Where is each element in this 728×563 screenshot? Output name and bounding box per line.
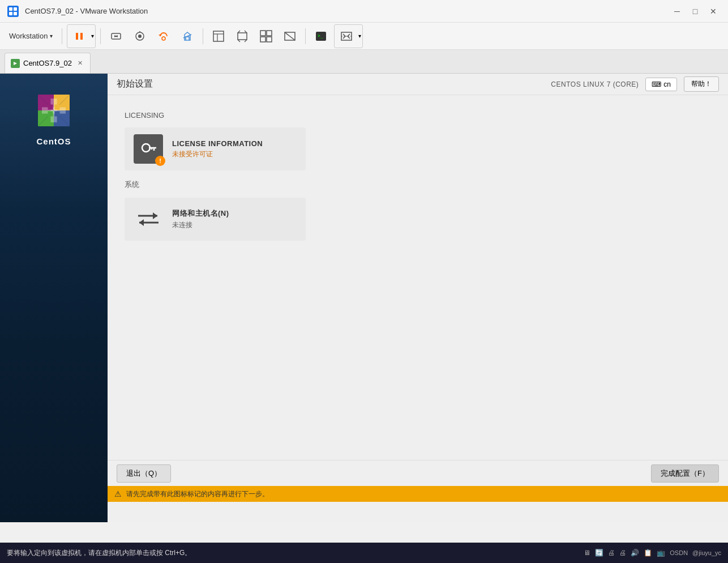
status-print-icon: 🖨 [619, 549, 626, 557]
maximize-button[interactable]: □ [687, 3, 703, 19]
network-title: 网络和主机名(N) [172, 208, 229, 219]
terminal-button[interactable]: >_ [310, 26, 332, 46]
scale-group: ▾ [334, 24, 363, 48]
svg-rect-47 [54, 105, 59, 110]
minimize-button[interactable]: ─ [669, 3, 685, 19]
svg-point-11 [138, 35, 142, 38]
terminal-icon: >_ [315, 30, 327, 42]
svg-marker-55 [153, 212, 157, 219]
license-subtitle: 未接受许可证 [172, 150, 263, 159]
suspend-button[interactable] [177, 26, 198, 46]
svg-text:>_: >_ [318, 33, 323, 39]
svg-rect-5 [76, 33, 78, 40]
toolbar-separator-3 [203, 28, 203, 44]
network-icon [134, 204, 163, 234]
unity-view-button[interactable] [255, 26, 277, 46]
no-view-icon [284, 30, 296, 42]
svg-rect-46 [48, 105, 53, 110]
svg-rect-16 [213, 31, 224, 41]
workstation-menu[interactable]: Workstation ▾ [5, 26, 57, 46]
svg-rect-49 [54, 111, 59, 116]
section-licensing: LICENSING ! [125, 111, 711, 170]
status-bar: 要将输入定向到该虚拟机，请在虚拟机内部单击或按 Ctrl+G。 🖥 🔄 🖨 🖨 … [0, 543, 728, 563]
status-network-icon: 🔄 [595, 549, 603, 557]
no-view-button[interactable] [279, 26, 301, 46]
status-display-icon: 📺 [657, 549, 665, 557]
finish-label: 完成配置（F） [661, 469, 709, 477]
bottom-actions-bar: 退出（Q） 完成配置（F） [108, 460, 728, 486]
svg-rect-26 [260, 37, 265, 42]
svg-rect-3 [9, 12, 12, 15]
license-title: LICENSE INFORMATION [172, 139, 263, 148]
svg-rect-2 [14, 7, 17, 11]
pause-button[interactable] [68, 26, 90, 46]
svg-rect-6 [80, 33, 83, 40]
snapshot-icon [134, 30, 146, 42]
network-subtitle: 未连接 [172, 220, 229, 230]
svg-rect-0 [7, 6, 19, 17]
warning-text: 请先完成带有此图标标记的内容再进行下一步。 [126, 489, 269, 499]
os-version-label: CENTOS LINUX 7 (CORE) [551, 80, 639, 88]
normal-view-icon [212, 30, 225, 42]
sidebar: CentOS [0, 74, 108, 522]
status-text: 要将输入定向到该虚拟机，请在虚拟机内部单击或按 Ctrl+G。 [7, 548, 584, 558]
full-screen-icon [236, 30, 249, 42]
status-devices-icon: 🖨 [608, 549, 615, 557]
svg-point-50 [142, 144, 150, 152]
vm-tab-centos[interactable]: CentOS7.9_02 ✕ [5, 53, 91, 73]
network-card[interactable]: 网络和主机名(N) 未连接 [125, 198, 306, 241]
quit-label: 退出（Q） [126, 469, 161, 477]
help-label: 帮助！ [691, 80, 712, 88]
scale-button[interactable] [336, 26, 357, 46]
app-logo [7, 5, 19, 18]
help-button[interactable]: 帮助！ [684, 76, 719, 92]
network-text: 网络和主机名(N) 未连接 [172, 208, 229, 230]
scale-dropdown-icon[interactable]: ▾ [358, 33, 361, 39]
vm-tab-icon [11, 59, 20, 68]
language-button[interactable]: ⌨ cn [645, 78, 677, 91]
revert-button[interactable] [153, 26, 174, 46]
license-info-card[interactable]: ! LICENSE INFORMATION 未接受许可证 [125, 127, 306, 170]
os-label: OSDN [670, 549, 688, 556]
svg-marker-57 [139, 219, 144, 226]
close-button[interactable]: ✕ [705, 3, 721, 19]
warning-bar: ⚠ 请先完成带有此图标标记的内容再进行下一步。 [108, 486, 728, 502]
send-ctrl-alt-del-button[interactable] [105, 26, 127, 46]
pause-icon [73, 30, 85, 42]
revert-icon [157, 30, 170, 42]
page-title: 初始设置 [117, 78, 153, 90]
vm-content: 初始设置 CENTOS LINUX 7 (CORE) ⌨ cn 帮助！ LICE… [108, 74, 728, 522]
title-bar: CentOS7.9_02 - VMware Workstation ─ □ ✕ [0, 0, 728, 23]
toolbar-separator-4 [305, 28, 306, 44]
full-screen-button[interactable] [232, 26, 253, 46]
unity-view-icon [260, 30, 272, 42]
vm-tab-close[interactable]: ✕ [75, 59, 84, 68]
toolbar-separator [62, 28, 62, 44]
suspend-icon [181, 30, 194, 42]
dropdown-arrow-icon: ▾ [50, 33, 53, 39]
license-icon: ! [134, 134, 163, 164]
svg-rect-27 [267, 37, 272, 42]
keyboard-icon: ⌨ [652, 80, 661, 88]
normal-view-button[interactable] [208, 26, 229, 46]
svg-rect-48 [48, 111, 53, 116]
vm-topbar-right: CENTOS LINUX 7 (CORE) ⌨ cn 帮助！ [551, 76, 719, 92]
pause-dropdown-icon[interactable]: ▾ [91, 33, 94, 39]
status-usb-icon: 📋 [644, 549, 652, 557]
svg-marker-13 [159, 35, 162, 36]
centos-logo [34, 91, 74, 132]
status-sound-icon: 🔊 [631, 549, 639, 557]
ctrl-alt-del-icon [110, 30, 122, 42]
warning-icon: ⚠ [114, 489, 122, 498]
svg-rect-1 [9, 7, 12, 11]
snapshot-button[interactable] [129, 26, 151, 46]
finish-button[interactable]: 完成配置（F） [651, 464, 719, 483]
svg-rect-19 [238, 33, 247, 40]
quit-button[interactable]: 退出（Q） [117, 464, 171, 483]
vm-topbar: 初始设置 CENTOS LINUX 7 (CORE) ⌨ cn 帮助！ [108, 74, 728, 95]
section-system: 系统 网络和主机名(N) [125, 180, 711, 241]
section-licensing-title: LICENSING [125, 111, 711, 120]
svg-rect-25 [267, 31, 272, 36]
scale-icon [340, 30, 353, 42]
vm-body: LICENSING ! [108, 95, 728, 258]
